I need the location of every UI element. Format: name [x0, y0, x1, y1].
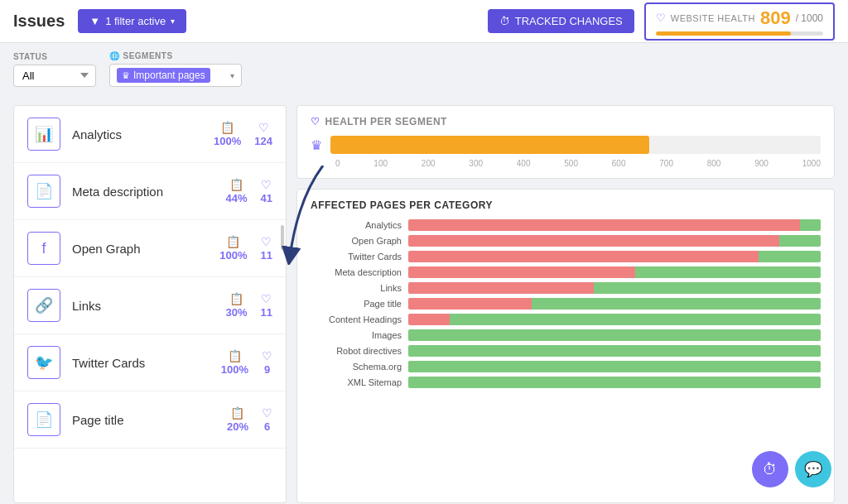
scale-label: 600 — [612, 159, 626, 168]
category-item[interactable]: 📊 Analytics 📋 100% ♡ 124 — [14, 106, 286, 163]
category-icon: 📊 — [27, 118, 60, 151]
category-name: Meta description — [72, 185, 214, 199]
stat-pct: 44% — [226, 192, 248, 204]
bar-label: Content Headings — [311, 314, 402, 324]
stat-count: 9 — [264, 363, 270, 376]
status-filter-group: STATUS All — [13, 52, 96, 87]
fab-container: ⏱ 💬 — [752, 451, 831, 487]
main-content: 📊 Analytics 📋 100% ♡ 124 📄 Meta descript… — [0, 95, 848, 504]
scale-label: 400 — [517, 159, 531, 168]
heart-stat-icon: ♡ — [258, 121, 269, 134]
pages-icon: 📋 — [226, 235, 240, 248]
category-icon: f — [27, 232, 60, 265]
bar-label: Links — [311, 283, 402, 293]
stat-pages: 📋 30% — [226, 292, 248, 319]
category-name: Page title — [72, 413, 215, 427]
stat-pct: 100% — [221, 363, 248, 376]
scale-label: 500 — [564, 159, 578, 168]
bar-red — [408, 314, 450, 325]
bar-label: Images — [311, 330, 402, 340]
bar-label: Meta description — [311, 267, 402, 277]
category-item[interactable]: 🐦 Twitter Cards 📋 100% ♡ 9 — [14, 334, 286, 391]
bar-label: Robot directives — [311, 346, 402, 356]
filters-row: STATUS All 🌐 SEGMENTS ♛ Important pages … — [0, 43, 848, 95]
bar-red — [408, 251, 759, 262]
bar-row: Images — [311, 329, 821, 341]
tracked-changes-label: TRACKED CHANGES — [515, 15, 623, 27]
stat-pct: 100% — [219, 249, 247, 262]
affected-pages-title: AFFECTED PAGES PER CATEGORY — [311, 199, 821, 211]
stat-issues: ♡ 11 — [261, 235, 272, 262]
category-stats: 📋 100% ♡ 124 — [214, 121, 272, 147]
stat-count: 11 — [261, 249, 272, 262]
category-name: Links — [72, 299, 214, 313]
category-item[interactable]: f Open Graph 📋 100% ♡ 11 — [14, 220, 286, 277]
website-health-box: ♡ WEBSITE HEALTH 809 / 1000 — [644, 2, 835, 41]
tracked-changes-button[interactable]: ⏱ TRACKED CHANGES — [488, 9, 634, 33]
clock-fab-icon: ⏱ — [763, 461, 778, 478]
scale-label: 900 — [754, 159, 768, 168]
scale-label: 300 — [469, 159, 483, 168]
status-select[interactable]: All — [13, 65, 96, 87]
pages-icon: 📋 — [228, 349, 242, 362]
segment-select[interactable]: ♛ Important pages ▾ — [109, 64, 242, 87]
stat-pages: 📋 100% — [214, 121, 241, 147]
bar-label: Twitter Cards — [311, 252, 402, 262]
clock-fab-button[interactable]: ⏱ — [752, 451, 788, 487]
stat-issues: ♡ 41 — [261, 178, 272, 204]
scrollbar[interactable] — [281, 225, 284, 250]
chat-fab-icon: 💬 — [804, 460, 822, 478]
bar-row: XML Sitemap — [311, 377, 821, 388]
stat-pct: 20% — [227, 420, 248, 433]
bar-green — [408, 345, 821, 357]
segment-bar-row: ♛ — [311, 136, 821, 154]
scale-label: 0 — [335, 159, 340, 168]
category-icon: 📄 — [27, 175, 60, 208]
header: Issues ▼ 1 filter active ▾ ⏱ TRACKED CHA… — [0, 0, 848, 43]
bar-green — [800, 219, 821, 231]
page-heading: Issues — [13, 12, 65, 31]
scale-label: 100 — [373, 159, 388, 168]
website-health-max: / 1000 — [796, 12, 823, 24]
stat-count: 124 — [254, 135, 272, 147]
category-item[interactable]: 📄 Page title 📋 20% ♡ 6 — [14, 391, 286, 449]
bar-green — [408, 377, 821, 388]
bar-red — [408, 219, 800, 231]
health-segment-bar-fill — [330, 136, 649, 154]
health-bar-bg — [656, 31, 823, 36]
clock-icon: ⏱ — [499, 15, 510, 27]
bar-row: Meta description — [311, 266, 821, 278]
crown-icon: ♛ — [311, 137, 322, 153]
bar-track — [408, 282, 821, 294]
bar-row: Twitter Cards — [311, 251, 821, 262]
chat-fab-button[interactable]: 💬 — [795, 451, 831, 487]
stat-count: 41 — [261, 192, 272, 204]
bar-label: Page title — [311, 299, 402, 309]
bar-track — [408, 361, 821, 372]
category-stats: 📋 20% ♡ 6 — [227, 406, 272, 433]
filter-button[interactable]: ▼ 1 filter active ▾ — [78, 9, 186, 33]
stat-pages: 📋 100% — [219, 235, 247, 262]
category-item[interactable]: 🔗 Links 📋 30% ♡ 11 — [14, 277, 286, 334]
bar-track — [408, 266, 821, 278]
left-panel: 📊 Analytics 📋 100% ♡ 124 📄 Meta descript… — [13, 105, 287, 503]
bar-row: Links — [311, 282, 821, 294]
category-icon: 📄 — [27, 403, 60, 436]
stat-pct: 30% — [226, 306, 248, 319]
pages-icon: 📋 — [230, 406, 244, 420]
heart-icon: ♡ — [656, 12, 666, 24]
bar-row: Robot directives — [311, 345, 821, 357]
category-item[interactable]: 📄 Meta description 📋 44% ♡ 41 — [14, 163, 286, 220]
category-name: Open Graph — [72, 242, 208, 256]
health-bar-fill — [656, 31, 792, 36]
stat-issues: ♡ 11 — [261, 292, 272, 319]
bar-chart: Analytics Open Graph Twitter Cards Meta … — [311, 219, 821, 388]
segments-filter-group: 🌐 SEGMENTS ♛ Important pages ▾ — [109, 51, 242, 87]
heart-stat-icon: ♡ — [261, 235, 272, 248]
bar-row: Schema.org — [311, 361, 821, 372]
stat-pages: 📋 100% — [221, 349, 248, 376]
pages-icon: 📋 — [229, 292, 243, 305]
filter-icon: ▼ — [89, 15, 100, 27]
category-icon: 🔗 — [27, 289, 60, 322]
category-name: Twitter Cards — [72, 356, 210, 370]
